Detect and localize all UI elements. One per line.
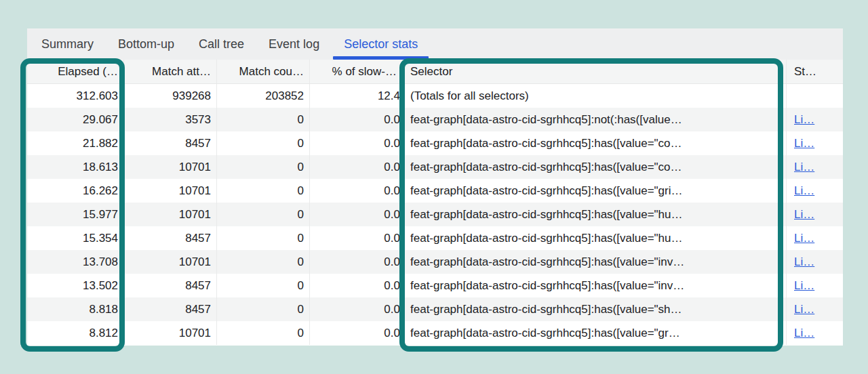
cell-match-attempts: 3573 xyxy=(124,108,217,131)
table-row[interactable]: 18.613 10701 0 0.0 feat-graph[data-astro… xyxy=(27,155,843,179)
cell-slow-pct: 0.0 xyxy=(310,108,403,131)
cell-elapsed: 312.603 xyxy=(27,84,124,108)
cell-match-count: 0 xyxy=(217,203,310,226)
style-sheet-link[interactable]: Li… xyxy=(794,113,814,127)
table-row[interactable]: 312.603 939268 203852 12.4 (Totals for a… xyxy=(27,84,843,108)
table-row[interactable]: 8.812 10701 0 0.0 feat-graph[data-astro-… xyxy=(27,321,843,345)
cell-slow-pct: 0.0 xyxy=(310,131,403,155)
table-row[interactable]: 15.354 8457 0 0.0 feat-graph[data-astro-… xyxy=(27,226,843,250)
cell-style-sheet: Li… xyxy=(787,131,843,155)
cell-match-count: 0 xyxy=(217,131,310,155)
cell-match-count: 0 xyxy=(217,179,310,203)
cell-style-sheet: Li… xyxy=(787,203,843,226)
cell-style-sheet: Li… xyxy=(787,297,843,321)
cell-selector: feat-graph[data-astro-cid-sgrhhcq5]:not(… xyxy=(403,108,787,131)
style-sheet-link[interactable]: Li… xyxy=(794,137,814,150)
cell-slow-pct: 0.0 xyxy=(310,321,403,345)
column-header-selector[interactable]: Selector xyxy=(403,60,787,83)
cell-match-count: 0 xyxy=(217,274,310,297)
column-header-style_sheet[interactable]: St… xyxy=(787,60,843,83)
cell-elapsed: 15.354 xyxy=(27,226,124,250)
table-row[interactable]: 15.977 10701 0 0.0 feat-graph[data-astro… xyxy=(27,203,843,226)
style-sheet-link[interactable]: Li… xyxy=(794,279,814,293)
panel-tab-bar: SummaryBottom-upCall treeEvent logSelect… xyxy=(27,28,843,60)
style-sheet-link[interactable]: Li… xyxy=(794,327,814,340)
style-sheet-link[interactable]: Li… xyxy=(794,161,814,174)
cell-selector: feat-graph[data-astro-cid-sgrhhcq5]:has(… xyxy=(403,203,787,226)
table-header-row: Elapsed (…Match att…Match cou…% of slow-… xyxy=(27,60,843,84)
cell-elapsed: 8.818 xyxy=(27,297,124,321)
table-row[interactable]: 13.502 8457 0 0.0 feat-graph[data-astro-… xyxy=(27,274,843,297)
cell-slow-pct: 12.4 xyxy=(310,84,403,108)
cell-elapsed: 13.708 xyxy=(27,250,124,274)
cell-slow-pct: 0.0 xyxy=(310,274,403,297)
style-sheet-link[interactable]: Li… xyxy=(794,255,814,269)
cell-match-attempts: 8457 xyxy=(124,131,217,155)
cell-elapsed: 21.882 xyxy=(27,131,124,155)
cell-selector: feat-graph[data-astro-cid-sgrhhcq5]:has(… xyxy=(403,179,787,203)
cell-slow-pct: 0.0 xyxy=(310,297,403,321)
cell-match-attempts: 10701 xyxy=(124,203,217,226)
cell-elapsed: 13.502 xyxy=(27,274,124,297)
column-header-slow_pct[interactable]: % of slow-… xyxy=(310,60,403,83)
cell-style-sheet: Li… xyxy=(787,250,843,274)
table-row[interactable]: 29.067 3573 0 0.0 feat-graph[data-astro-… xyxy=(27,108,843,131)
column-header-match_attempts[interactable]: Match att… xyxy=(124,60,217,83)
cell-selector: feat-graph[data-astro-cid-sgrhhcq5]:has(… xyxy=(403,321,787,345)
cell-elapsed: 8.812 xyxy=(27,321,124,345)
cell-match-attempts: 8457 xyxy=(124,274,217,297)
cell-match-count: 0 xyxy=(217,155,310,179)
column-header-match_count[interactable]: Match cou… xyxy=(217,60,310,83)
cell-selector: feat-graph[data-astro-cid-sgrhhcq5]:has(… xyxy=(403,274,787,297)
style-sheet-link[interactable]: Li… xyxy=(794,208,814,222)
cell-match-attempts: 8457 xyxy=(124,297,217,321)
cell-match-attempts: 10701 xyxy=(124,179,217,203)
cell-selector: feat-graph[data-astro-cid-sgrhhcq5]:has(… xyxy=(403,250,787,274)
cell-selector: feat-graph[data-astro-cid-sgrhhcq5]:has(… xyxy=(403,297,787,321)
cell-elapsed: 15.977 xyxy=(27,203,124,226)
cell-style-sheet xyxy=(787,84,843,108)
tab-summary[interactable]: Summary xyxy=(29,28,106,60)
table-row[interactable]: 16.262 10701 0 0.0 feat-graph[data-astro… xyxy=(27,179,843,203)
table-row[interactable]: 21.882 8457 0 0.0 feat-graph[data-astro-… xyxy=(27,131,843,155)
cell-selector: feat-graph[data-astro-cid-sgrhhcq5]:has(… xyxy=(403,226,787,250)
cell-selector: feat-graph[data-astro-cid-sgrhhcq5]:has(… xyxy=(403,131,787,155)
cell-slow-pct: 0.0 xyxy=(310,203,403,226)
cell-match-attempts: 10701 xyxy=(124,321,217,345)
cell-selector: feat-graph[data-astro-cid-sgrhhcq5]:has(… xyxy=(403,155,787,179)
cell-match-count: 0 xyxy=(217,108,310,131)
table-row[interactable]: 8.818 8457 0 0.0 feat-graph[data-astro-c… xyxy=(27,297,843,321)
cell-match-attempts: 8457 xyxy=(124,226,217,250)
cell-style-sheet: Li… xyxy=(787,321,843,345)
tab-event-log[interactable]: Event log xyxy=(256,28,332,60)
cell-style-sheet: Li… xyxy=(787,274,843,297)
style-sheet-link[interactable]: Li… xyxy=(794,184,814,198)
column-header-elapsed[interactable]: Elapsed (… xyxy=(27,60,124,83)
tab-selector-stats[interactable]: Selector stats xyxy=(332,28,430,60)
cell-selector: (Totals for all selectors) xyxy=(403,84,787,108)
cell-elapsed: 16.262 xyxy=(27,179,124,203)
tab-call-tree[interactable]: Call tree xyxy=(186,28,256,60)
cell-elapsed: 29.067 xyxy=(27,108,124,131)
cell-slow-pct: 0.0 xyxy=(310,179,403,203)
cell-match-attempts: 10701 xyxy=(124,250,217,274)
cell-match-attempts: 939268 xyxy=(124,84,217,108)
cell-style-sheet: Li… xyxy=(787,226,843,250)
cell-match-count: 0 xyxy=(217,321,310,345)
table-body: 312.603 939268 203852 12.4 (Totals for a… xyxy=(27,84,843,345)
cell-style-sheet: Li… xyxy=(787,108,843,131)
style-sheet-link[interactable]: Li… xyxy=(794,303,814,316)
cell-elapsed: 18.613 xyxy=(27,155,124,179)
style-sheet-link[interactable]: Li… xyxy=(794,232,814,245)
cell-style-sheet: Li… xyxy=(787,155,843,179)
cell-match-count: 203852 xyxy=(217,84,310,108)
cell-match-count: 0 xyxy=(217,250,310,274)
cell-slow-pct: 0.0 xyxy=(310,250,403,274)
cell-match-count: 0 xyxy=(217,297,310,321)
tab-bottom-up[interactable]: Bottom-up xyxy=(106,28,186,60)
table-row[interactable]: 13.708 10701 0 0.0 feat-graph[data-astro… xyxy=(27,250,843,274)
cell-slow-pct: 0.0 xyxy=(310,226,403,250)
cell-match-attempts: 10701 xyxy=(124,155,217,179)
cell-match-count: 0 xyxy=(217,226,310,250)
devtools-performance-panel: SummaryBottom-upCall treeEvent logSelect… xyxy=(27,28,843,346)
